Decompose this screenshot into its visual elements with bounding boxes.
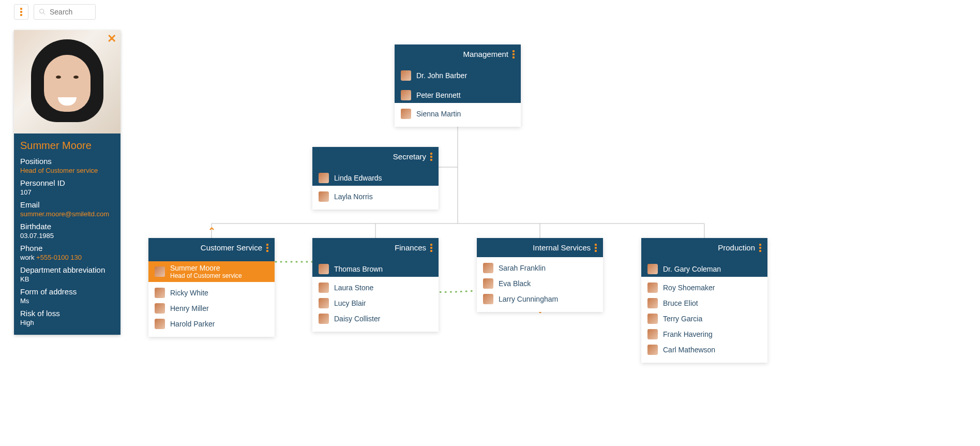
form-address-value: Ms: [20, 297, 114, 305]
person-row[interactable]: Harold Parker: [148, 316, 275, 332]
avatar: [647, 298, 658, 308]
node-title: Finances: [395, 243, 426, 252]
node-internal-services[interactable]: Internal Services Sarah Franklin Eva Bla…: [477, 238, 603, 312]
person-row[interactable]: Dr. Gary Coleman: [641, 261, 767, 277]
person-row-highlighted[interactable]: Summer Moore Head of Customer service: [148, 261, 275, 282]
avatar: [155, 266, 165, 277]
person-name: Eva Black: [499, 279, 531, 288]
node-finances[interactable]: Finances Thomas Brown Laura Stone Lucy B…: [312, 238, 439, 332]
node-menu-icon[interactable]: [512, 50, 515, 58]
phone-label: Phone: [20, 244, 114, 252]
person-row[interactable]: Peter Bennett: [395, 87, 521, 103]
node-menu-icon[interactable]: [430, 153, 432, 161]
dept-abbrev-label: Department abbreviation: [20, 265, 114, 274]
search-box[interactable]: [34, 4, 96, 20]
avatar-placeholder: [31, 39, 103, 127]
avatar: [319, 191, 329, 202]
person-subtitle: Head of Customer service: [170, 272, 242, 279]
person-name: Linda Edwards: [334, 174, 382, 182]
node-menu-icon[interactable]: [595, 244, 597, 252]
person-name: Summer Moore: [20, 140, 114, 152]
person-row[interactable]: Eva Black: [477, 276, 603, 291]
node-menu-icon[interactable]: [430, 244, 432, 252]
person-name: Frank Havering: [663, 330, 713, 338]
person-name: Lucy Blair: [334, 299, 366, 307]
node-header-customer-service: Customer Service Summer Moore Head of Cu…: [148, 238, 275, 282]
person-name: Dr. John Barber: [416, 71, 467, 80]
node-header-finances: Finances Thomas Brown: [312, 238, 439, 277]
person-name: Peter Bennett: [416, 91, 461, 99]
phone-number[interactable]: +555-0100 130: [36, 254, 82, 261]
personnel-id-value: 107: [20, 188, 114, 196]
person-row[interactable]: Dr. John Barber: [395, 68, 521, 83]
node-secretary[interactable]: Secretary Linda Edwards Layla Norris: [312, 147, 439, 210]
email-label: Email: [20, 200, 114, 209]
avatar: [155, 303, 165, 314]
avatar: [647, 264, 658, 274]
dots-vertical-icon: [20, 8, 22, 16]
person-name: Bruce Eliot: [663, 299, 698, 307]
avatar: [401, 70, 411, 81]
main-menu-button[interactable]: [14, 4, 28, 20]
person-name: Ricky White: [170, 289, 208, 297]
avatar: [647, 329, 658, 339]
node-menu-icon[interactable]: [759, 244, 761, 252]
person-name: Summer Moore: [170, 264, 242, 272]
search-icon: [38, 8, 47, 16]
person-row[interactable]: Layla Norris: [312, 189, 439, 204]
person-row[interactable]: Bruce Eliot: [641, 295, 767, 311]
node-title: Customer Service: [201, 243, 262, 252]
person-name: Terry Garcia: [663, 315, 702, 323]
person-row[interactable]: Roy Shoemaker: [641, 280, 767, 295]
person-row[interactable]: Ricky White: [148, 285, 275, 301]
person-name: Layla Norris: [334, 192, 373, 201]
person-row[interactable]: Larry Cunningham: [477, 291, 603, 307]
collapse-customer-service-arrow[interactable]: [208, 226, 216, 237]
avatar: [319, 173, 329, 183]
positions-label: Positions: [20, 157, 114, 166]
email-value[interactable]: summer.moore@smileltd.com: [20, 210, 114, 218]
avatar: [155, 288, 165, 298]
personnel-id-label: Personnel ID: [20, 179, 114, 187]
person-row[interactable]: Thomas Brown: [312, 261, 439, 277]
node-production[interactable]: Production Dr. Gary Coleman Roy Shoemake…: [641, 238, 767, 363]
phone-value: work +555-0100 130: [20, 254, 114, 261]
node-title: Production: [718, 243, 755, 252]
node-title: Management: [463, 50, 508, 58]
person-details-panel: ✕ Summer Moore Positions Head of Custome…: [14, 30, 120, 335]
node-header-management: Management Dr. John Barber Peter Bennett: [395, 44, 521, 103]
avatar: [319, 283, 329, 293]
phone-type: work: [20, 254, 34, 261]
node-customer-service[interactable]: Customer Service Summer Moore Head of Cu…: [148, 238, 275, 337]
person-row[interactable]: Sarah Franklin: [477, 260, 603, 276]
dept-abbrev-value: KB: [20, 275, 114, 283]
node-menu-icon[interactable]: [266, 244, 268, 252]
person-row[interactable]: Frank Havering: [641, 326, 767, 342]
avatar: [319, 264, 329, 274]
node-header-secretary: Secretary Linda Edwards: [312, 147, 439, 186]
person-name: Harold Parker: [170, 320, 215, 328]
person-row[interactable]: Daisy Collister: [312, 311, 439, 326]
person-row[interactable]: Lucy Blair: [312, 295, 439, 311]
birthdate-value: 03.07.1985: [20, 232, 114, 240]
person-row[interactable]: Laura Stone: [312, 280, 439, 295]
close-icon[interactable]: ✕: [107, 33, 116, 44]
avatar: [319, 314, 329, 324]
avatar: [483, 294, 493, 304]
person-name: Larry Cunningham: [499, 295, 558, 303]
search-input[interactable]: [50, 8, 91, 16]
avatar: [647, 345, 658, 355]
person-row[interactable]: Sienna Martin: [395, 106, 521, 122]
person-row[interactable]: Linda Edwards: [312, 170, 439, 186]
avatar: [155, 319, 165, 329]
person-row[interactable]: Henry Miller: [148, 301, 275, 316]
node-header-internal-services: Internal Services: [477, 238, 603, 257]
person-row[interactable]: Carl Mathewson: [641, 342, 767, 358]
avatar: [319, 298, 329, 308]
positions-value[interactable]: Head of Customer service: [20, 167, 114, 174]
node-management[interactable]: Management Dr. John Barber Peter Bennett…: [395, 44, 521, 127]
person-name: Dr. Gary Coleman: [663, 265, 721, 273]
person-row[interactable]: Terry Garcia: [641, 311, 767, 326]
person-name: Daisy Collister: [334, 315, 380, 323]
node-header-production: Production Dr. Gary Coleman: [641, 238, 767, 277]
